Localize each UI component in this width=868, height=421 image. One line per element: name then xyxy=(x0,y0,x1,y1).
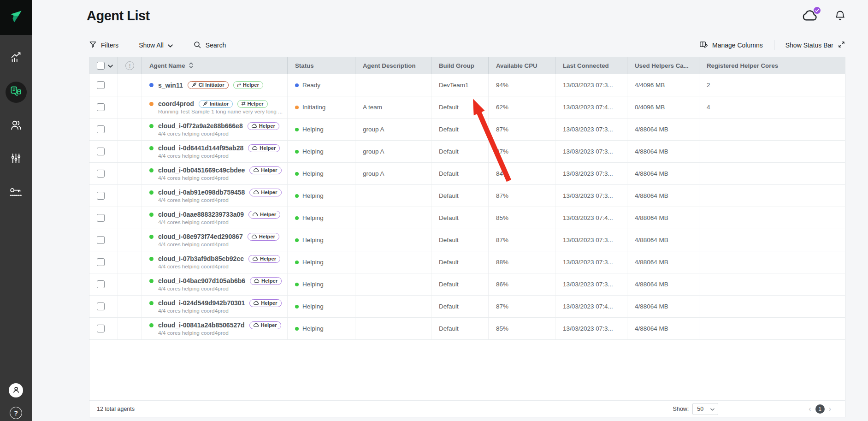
table-row[interactable]: cloud_i-0d6441d144f95ab28Helper4/4 cores… xyxy=(89,141,845,163)
used-helpers-cell: 0/4096 MB xyxy=(627,96,699,118)
cloud-status-button[interactable] xyxy=(802,9,818,24)
available-cpu-cell: 84% xyxy=(489,163,555,184)
manage-columns-button[interactable]: Manage Columns xyxy=(699,40,763,50)
sidebar-item-license[interactable] xyxy=(0,176,32,210)
description-cell xyxy=(355,74,431,96)
table-row[interactable]: s_win11CI Initiator⇄HelperReadyDevTeam19… xyxy=(89,74,845,96)
row-checkbox[interactable] xyxy=(97,214,105,222)
column-header-registered-cores[interactable]: Registered Helper Cores xyxy=(699,57,845,74)
agent-name-cell: cloud_i-0d6441d144f95ab28Helper4/4 cores… xyxy=(142,141,288,162)
table-row[interactable]: cloud_i-0b0451669c49cbdeeHelper4/4 cores… xyxy=(89,163,845,185)
row-checkbox[interactable] xyxy=(97,170,105,178)
app-logo[interactable] xyxy=(0,0,32,35)
agent-name[interactable]: cloud_i-0f72a9a2e88b666e8 xyxy=(158,122,243,130)
description-cell: group A xyxy=(355,119,431,140)
show-all-dropdown[interactable]: Show All xyxy=(139,42,173,49)
row-checkbox[interactable] xyxy=(97,103,105,111)
table-row[interactable]: coord4prodInitiator⇄HelperRunning Test S… xyxy=(89,96,845,119)
badge-rocket: Initiator xyxy=(199,100,233,108)
row-alert-cell xyxy=(118,119,142,140)
agent-name[interactable]: cloud_i-08e973f74ed290867 xyxy=(158,233,243,240)
row-checkbox[interactable] xyxy=(97,81,105,89)
badge-cloud: Helper xyxy=(250,277,282,285)
column-header-available-cpu[interactable]: Available CPU xyxy=(489,57,555,74)
column-header-used-helpers[interactable]: Used Helpers Ca... xyxy=(627,57,699,74)
sidebar-item-users[interactable] xyxy=(0,109,32,142)
status-dot xyxy=(295,327,299,331)
row-checkbox[interactable] xyxy=(97,280,105,288)
build-group-cell: Default xyxy=(431,96,489,118)
row-alert-cell xyxy=(118,207,142,229)
agents-icon xyxy=(10,85,22,99)
badge-swap: ⇄Helper xyxy=(233,81,263,89)
table-row[interactable]: cloud_i-024d549d942b70301Helper4/4 cores… xyxy=(89,296,845,318)
agent-name[interactable]: coord4prod xyxy=(158,100,194,107)
alert-icon: ! xyxy=(125,61,134,70)
table-row[interactable]: cloud_i-07b3af9db85cb92ccHelper4/4 cores… xyxy=(89,251,845,273)
agent-name-cell: cloud_i-00841a24b8506527dHelper4/4 cores… xyxy=(142,318,288,339)
row-checkbox[interactable] xyxy=(97,125,105,133)
show-status-bar-button[interactable]: Show Status Bar xyxy=(785,41,845,50)
column-header-build-group[interactable]: Build Group xyxy=(431,57,489,74)
table-body: s_win11CI Initiator⇄HelperReadyDevTeam19… xyxy=(89,74,845,340)
column-header-last-connected[interactable]: Last Connected xyxy=(555,57,627,74)
agent-name[interactable]: cloud_i-07b3af9db85cb92cc xyxy=(158,255,244,262)
agent-name-cell: cloud_i-07b3af9db85cb92ccHelper4/4 cores… xyxy=(142,251,288,273)
chevron-down-icon xyxy=(710,406,714,412)
badge-swap: ⇄Helper xyxy=(237,100,267,108)
agent-name[interactable]: cloud_i-04bac907d105ab6b6 xyxy=(158,277,245,285)
row-checkbox[interactable] xyxy=(97,148,105,155)
user-avatar[interactable] xyxy=(9,383,23,397)
agent-name[interactable]: s_win11 xyxy=(158,82,183,89)
last-connected-cell: 13/03/2023 07:4... xyxy=(555,296,627,317)
agent-name[interactable]: cloud_i-0aae8883239733a09 xyxy=(158,211,244,218)
agent-name-cell: s_win11CI Initiator⇄Helper xyxy=(142,74,288,96)
column-header-status[interactable]: Status xyxy=(288,57,355,74)
agent-dot xyxy=(149,146,154,150)
search-button[interactable]: Search xyxy=(193,41,226,50)
row-select-cell xyxy=(89,318,118,339)
table-row[interactable]: cloud_i-04bac907d105ab6b6Helper4/4 cores… xyxy=(89,273,845,296)
table-row[interactable]: cloud_i-0ab91e098db759458Helper4/4 cores… xyxy=(89,185,845,207)
agent-name-cell: cloud_i-024d549d942b70301Helper4/4 cores… xyxy=(142,296,288,317)
question-mark-icon: ? xyxy=(14,409,18,417)
row-checkbox[interactable] xyxy=(97,236,105,244)
table-row[interactable]: cloud_i-08e973f74ed290867Helper4/4 cores… xyxy=(89,229,845,251)
agent-name-cell: cloud_i-08e973f74ed290867Helper4/4 cores… xyxy=(142,229,288,251)
table-row[interactable]: cloud_i-00841a24b8506527dHelper4/4 cores… xyxy=(89,318,845,340)
filters-button[interactable]: Filters xyxy=(89,41,118,50)
column-header-agent-name[interactable]: Agent Name xyxy=(142,57,288,74)
agent-name[interactable]: cloud_i-0ab91e098db759458 xyxy=(158,189,245,196)
help-button[interactable]: ? xyxy=(10,407,22,419)
table-row[interactable]: cloud_i-0f72a9a2e88b666e8Helper4/4 cores… xyxy=(89,119,845,141)
pagination-prev[interactable]: ‹ xyxy=(809,405,811,413)
sort-icon[interactable] xyxy=(189,62,194,70)
sidebar-item-settings[interactable] xyxy=(0,142,32,176)
agent-name[interactable]: cloud_i-024d549d942b70301 xyxy=(158,299,245,307)
select-all-checkbox[interactable] xyxy=(97,62,105,70)
row-checkbox[interactable] xyxy=(97,192,105,200)
sidebar-item-agents[interactable] xyxy=(0,75,32,109)
row-checkbox[interactable] xyxy=(97,258,105,266)
status-cell: Helping xyxy=(288,229,355,251)
table-row[interactable]: cloud_i-0aae8883239733a09Helper4/4 cores… xyxy=(89,207,845,229)
row-select-cell xyxy=(89,96,118,118)
status-dot xyxy=(295,83,299,87)
column-header-description[interactable]: Agent Description xyxy=(355,57,431,74)
row-checkbox[interactable] xyxy=(97,302,105,310)
pagination-current-page[interactable]: 1 xyxy=(815,404,825,414)
build-group-cell: Default xyxy=(431,296,489,317)
available-cpu-cell: 62% xyxy=(489,96,555,118)
row-checkbox[interactable] xyxy=(97,325,105,332)
used-helpers-cell: 4/88064 MB xyxy=(627,273,699,295)
agent-name[interactable]: cloud_i-0d6441d144f95ab28 xyxy=(158,144,243,152)
notifications-button[interactable] xyxy=(834,9,846,24)
page-size-select[interactable]: 50 xyxy=(692,403,718,415)
sidebar-item-dashboard[interactable] xyxy=(0,42,32,75)
users-icon xyxy=(10,119,23,133)
pagination-next[interactable]: › xyxy=(829,405,831,413)
chevron-down-icon[interactable] xyxy=(108,62,113,69)
agent-name[interactable]: cloud_i-0b0451669c49cbdee xyxy=(158,166,245,174)
description-cell: group A xyxy=(355,163,431,184)
agent-name[interactable]: cloud_i-00841a24b8506527d xyxy=(158,321,245,329)
